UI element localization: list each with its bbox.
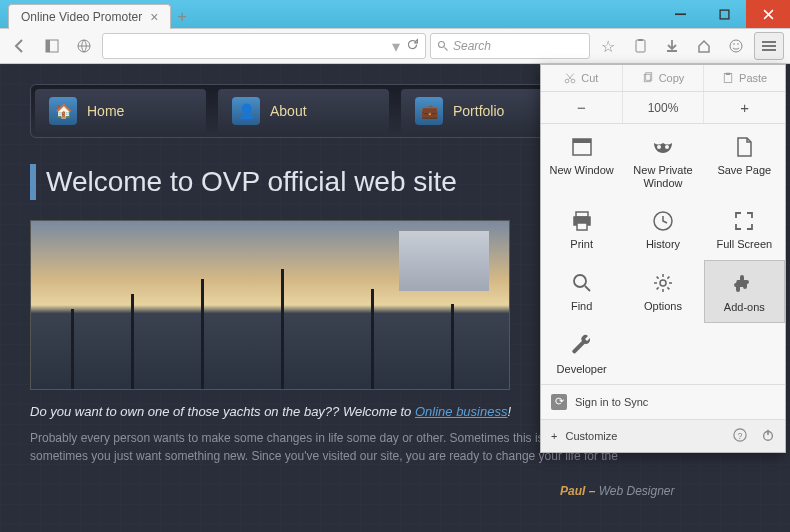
gear-icon xyxy=(650,270,676,296)
find-button[interactable]: Find xyxy=(541,260,622,323)
customize-button[interactable]: + Customize xyxy=(551,430,617,442)
svg-rect-16 xyxy=(726,73,731,75)
clock-icon xyxy=(650,208,676,234)
svg-rect-3 xyxy=(46,40,50,52)
browser-tab[interactable]: Online Video Promoter × xyxy=(8,4,171,29)
svg-point-5 xyxy=(439,42,445,48)
home-icon[interactable] xyxy=(690,32,718,60)
nav-home[interactable]: 🏠Home xyxy=(35,89,206,133)
clipboard-icon[interactable] xyxy=(626,32,654,60)
browser-toolbar: ▾ Search ☆ xyxy=(0,28,790,64)
power-icon[interactable] xyxy=(761,428,775,444)
sidebar-button[interactable] xyxy=(38,32,66,60)
svg-rect-0 xyxy=(675,13,686,15)
home-nav-icon: 🏠 xyxy=(49,97,77,125)
url-bar[interactable]: ▾ xyxy=(102,33,426,59)
hamburger-menu-button[interactable] xyxy=(754,32,784,60)
search-icon xyxy=(437,40,449,52)
svg-point-25 xyxy=(574,275,586,287)
plus-icon: + xyxy=(551,430,557,442)
help-icon[interactable]: ? xyxy=(733,428,747,444)
svg-point-9 xyxy=(733,43,735,45)
fullscreen-icon xyxy=(731,208,757,234)
sign-in-row[interactable]: ⟳ Sign in to Sync xyxy=(541,384,785,419)
svg-point-10 xyxy=(737,43,739,45)
smiley-icon[interactable] xyxy=(722,32,750,60)
signature: Paul – Web Designer xyxy=(560,484,675,498)
back-button[interactable] xyxy=(6,32,34,60)
bookmark-icon[interactable]: ☆ xyxy=(594,32,622,60)
svg-rect-18 xyxy=(573,139,591,143)
svg-point-11 xyxy=(565,79,569,83)
options-button[interactable]: Options xyxy=(622,260,703,323)
find-icon xyxy=(569,270,595,296)
search-bar[interactable]: Search xyxy=(430,33,590,59)
new-tab-button[interactable]: + xyxy=(177,8,186,26)
svg-point-20 xyxy=(665,145,669,149)
zoom-level[interactable]: 100% xyxy=(623,92,705,123)
tab-close-icon[interactable]: × xyxy=(150,9,158,25)
history-button[interactable]: History xyxy=(622,198,703,259)
search-placeholder: Search xyxy=(453,39,491,53)
briefcase-icon: 💼 xyxy=(415,97,443,125)
close-button[interactable] xyxy=(746,0,790,28)
svg-rect-1 xyxy=(720,10,729,19)
zoom-out-button[interactable]: − xyxy=(541,92,623,123)
app-menu-panel: Cut Copy Paste − 100% + New Window New P… xyxy=(540,64,786,453)
svg-rect-6 xyxy=(636,40,645,52)
developer-button[interactable]: Developer xyxy=(541,323,622,384)
print-icon xyxy=(569,208,595,234)
reload-icon[interactable] xyxy=(406,37,419,55)
svg-rect-23 xyxy=(577,223,587,230)
svg-point-8 xyxy=(730,40,742,52)
globe-icon[interactable] xyxy=(70,32,98,60)
heading-text: Welcome to OVP official web site xyxy=(46,166,457,198)
puzzle-icon xyxy=(731,271,757,297)
save-page-button[interactable]: Save Page xyxy=(704,124,785,198)
svg-point-12 xyxy=(571,79,575,83)
mask-icon xyxy=(650,134,676,160)
nav-about[interactable]: 👤About xyxy=(218,89,389,133)
wrench-icon xyxy=(569,333,595,359)
copy-button[interactable]: Copy xyxy=(623,65,705,91)
caption-link[interactable]: Online business xyxy=(415,404,508,419)
hero-image xyxy=(30,220,510,390)
sync-icon: ⟳ xyxy=(551,394,567,410)
paste-button[interactable]: Paste xyxy=(704,65,785,91)
print-button[interactable]: Print xyxy=(541,198,622,259)
new-private-window-button[interactable]: New Private Window xyxy=(622,124,703,198)
maximize-button[interactable] xyxy=(702,0,746,28)
svg-text:?: ? xyxy=(738,430,743,440)
addons-button[interactable]: Add-ons xyxy=(704,260,785,323)
tab-strip: Online Video Promoter × + xyxy=(8,4,187,29)
zoom-in-button[interactable]: + xyxy=(704,92,785,123)
window-icon xyxy=(569,134,595,160)
cut-button[interactable]: Cut xyxy=(541,65,623,91)
minimize-button[interactable] xyxy=(658,0,702,28)
dropdown-icon[interactable]: ▾ xyxy=(392,37,400,56)
full-screen-button[interactable]: Full Screen xyxy=(704,198,785,259)
svg-point-19 xyxy=(657,145,661,149)
tab-title: Online Video Promoter xyxy=(21,10,142,24)
downloads-icon[interactable] xyxy=(658,32,686,60)
heading-bar xyxy=(30,164,36,200)
page-icon xyxy=(731,134,757,160)
svg-rect-7 xyxy=(638,39,643,41)
svg-point-26 xyxy=(660,280,666,286)
new-window-button[interactable]: New Window xyxy=(541,124,622,198)
person-icon: 👤 xyxy=(232,97,260,125)
